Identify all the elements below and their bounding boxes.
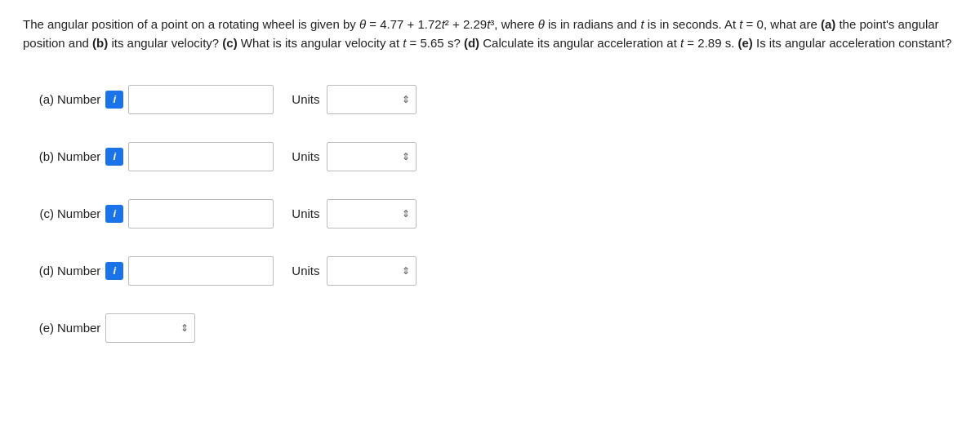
number-input-d[interactable] [128, 256, 274, 286]
units-select-e[interactable] [105, 313, 195, 343]
answer-row-d: (d) Number i Units [23, 242, 957, 300]
number-input-c[interactable] [128, 199, 274, 229]
part-label-b: (b) [23, 149, 54, 163]
units-select-a[interactable] [327, 85, 416, 114]
units-label-b: Units [292, 149, 319, 163]
rows-container: (a) Number i Units (b) Number i Units (c… [23, 71, 957, 357]
part-label-c: (c) [23, 206, 54, 220]
answer-row-c: (c) Number i Units [23, 185, 957, 242]
units-select-wrapper-a [327, 85, 416, 114]
info-badge-c[interactable]: i [105, 205, 123, 223]
units-select-d[interactable] [327, 256, 416, 286]
units-label-a: Units [292, 92, 319, 106]
info-badge-b[interactable]: i [105, 148, 123, 166]
info-badge-d[interactable]: i [105, 262, 123, 280]
answer-row-b: (b) Number i Units [23, 128, 957, 185]
units-select-c[interactable] [327, 199, 416, 229]
part-label-e: (e) [23, 321, 54, 335]
units-select-wrapper-c [327, 199, 416, 229]
units-select-wrapper-b [327, 142, 416, 171]
part-label-a: (a) [23, 92, 54, 106]
number-input-a[interactable] [128, 85, 274, 114]
number-label-b: Number [57, 149, 100, 163]
units-select-wrapper-d [327, 256, 416, 286]
number-label-d: Number [57, 264, 100, 277]
info-badge-a[interactable]: i [105, 91, 123, 109]
number-label-c: Number [57, 206, 100, 220]
units-label-d: Units [292, 264, 319, 277]
answer-row-a: (a) Number i Units [23, 71, 957, 128]
units-label-c: Units [292, 206, 319, 220]
number-label-e: Number [57, 321, 100, 335]
problem-text: The angular position of a point on a rot… [23, 15, 957, 53]
number-label-a: Number [57, 92, 100, 106]
part-label-d: (d) [23, 264, 54, 277]
answer-row-e: (e) Number [23, 300, 957, 357]
units-select-b[interactable] [327, 142, 416, 171]
number-input-b[interactable] [128, 142, 274, 171]
units-select-wrapper-e [105, 313, 195, 343]
